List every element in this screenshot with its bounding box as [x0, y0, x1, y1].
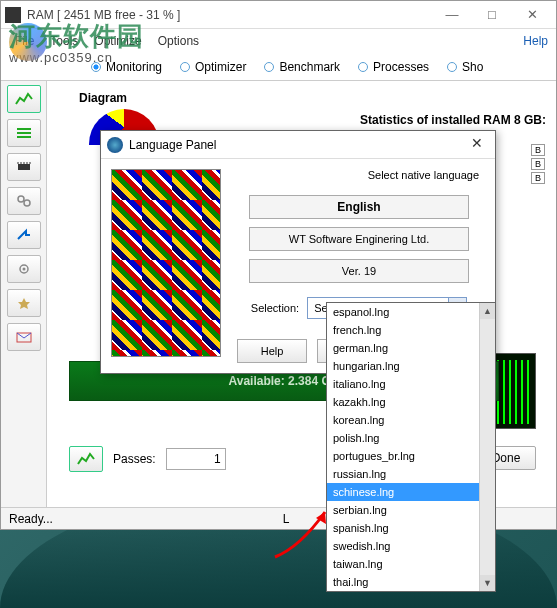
dropdown-item[interactable]: schinese.lng: [327, 483, 479, 501]
dropdown-item[interactable]: german.lng: [327, 339, 479, 357]
minimize-button[interactable]: —: [432, 2, 472, 28]
tab-label: Benchmark: [279, 60, 340, 74]
sidebar-star-button[interactable]: [7, 289, 41, 317]
close-button[interactable]: ✕: [512, 2, 552, 28]
diagram-label: Diagram: [79, 91, 544, 105]
dropdown-item[interactable]: thai.lng: [327, 573, 479, 591]
menu-optimize[interactable]: Optimize: [86, 31, 149, 51]
dropdown-items: espanol.lngfrench.lnggerman.lnghungarian…: [327, 303, 479, 591]
svg-rect-3: [18, 164, 30, 170]
dropdown-item[interactable]: taiwan.lng: [327, 555, 479, 573]
app-icon: [5, 7, 21, 23]
scroll-down-icon[interactable]: ▼: [480, 575, 495, 591]
scroll-thumb[interactable]: [480, 319, 495, 575]
available-text: Available: 2.384 GB: [229, 374, 340, 388]
sidebar-bars-button[interactable]: [7, 119, 41, 147]
dropdown-item[interactable]: kazakh.lng: [327, 393, 479, 411]
radio-icon: [180, 62, 190, 72]
scrollbar[interactable]: ▲ ▼: [479, 303, 495, 591]
tab-monitoring[interactable]: Monitoring: [91, 60, 162, 74]
badge: B: [531, 144, 545, 156]
passes-label: Passes:: [113, 452, 156, 466]
dialog-title: Language Panel: [129, 138, 465, 152]
dropdown-item[interactable]: spanish.lng: [327, 519, 479, 537]
svg-rect-1: [17, 132, 31, 134]
sidebar-chip-button[interactable]: [7, 153, 41, 181]
badge: B: [531, 158, 545, 170]
globe-icon: [107, 137, 123, 153]
sidebar-gear-button[interactable]: [7, 255, 41, 283]
window-title: RAM [ 2451 MB free - 31 % ]: [27, 8, 432, 22]
radio-icon: [91, 62, 101, 72]
language-dropdown[interactable]: espanol.lngfrench.lnggerman.lnghungarian…: [326, 302, 496, 592]
dropdown-item[interactable]: hungarian.lng: [327, 357, 479, 375]
scroll-up-icon[interactable]: ▲: [480, 303, 495, 319]
sidebar-arrow-button[interactable]: [7, 221, 41, 249]
version-field: Ver. 19: [249, 259, 469, 283]
tab-label: Processes: [373, 60, 429, 74]
company-field: WT Software Enginering Ltd.: [249, 227, 469, 251]
svg-rect-0: [17, 128, 31, 130]
menubar: File Tools Optimize Options Help: [1, 29, 556, 53]
radio-icon: [447, 62, 457, 72]
tab-processes[interactable]: Processes: [358, 60, 429, 74]
dialog-close-button[interactable]: ✕: [465, 135, 489, 155]
tab-bar: Monitoring Optimizer Benchmark Processes…: [1, 53, 556, 81]
maximize-button[interactable]: □: [472, 2, 512, 28]
status-lang: L: [283, 512, 290, 526]
dialog-titlebar[interactable]: Language Panel ✕: [101, 131, 495, 159]
tab-label: Sho: [462, 60, 483, 74]
svg-marker-13: [18, 298, 30, 309]
dropdown-item[interactable]: italiano.lng: [327, 375, 479, 393]
sidebar-mail-button[interactable]: [7, 323, 41, 351]
sidebar-chart-button[interactable]: [7, 85, 41, 113]
tab-show[interactable]: Sho: [447, 60, 483, 74]
tab-label: Optimizer: [195, 60, 246, 74]
badge: B: [531, 172, 545, 184]
dropdown-item[interactable]: swedish.lng: [327, 537, 479, 555]
passes-chart-button[interactable]: [69, 446, 103, 472]
svg-point-10: [24, 200, 30, 206]
flags-image-icon: [111, 169, 221, 357]
svg-rect-2: [17, 136, 31, 138]
menu-options[interactable]: Options: [150, 31, 207, 51]
dropdown-item[interactable]: korean.lng: [327, 411, 479, 429]
passes-input[interactable]: [166, 448, 226, 470]
stats-header: Statistics of installed RAM 8 GB:: [360, 113, 546, 127]
language-name-field: English: [249, 195, 469, 219]
edge-badges: B B B: [531, 144, 545, 188]
titlebar[interactable]: RAM [ 2451 MB free - 31 % ] — □ ✕: [1, 1, 556, 29]
select-native-label: Select native language: [368, 169, 479, 181]
selection-label: Selection:: [251, 302, 299, 314]
svg-point-12: [22, 268, 25, 271]
dropdown-item[interactable]: serbian.lng: [327, 501, 479, 519]
tab-label: Monitoring: [106, 60, 162, 74]
menu-tools[interactable]: Tools: [42, 31, 86, 51]
passes-row: Passes:: [69, 446, 226, 472]
tab-benchmark[interactable]: Benchmark: [264, 60, 340, 74]
sidebar: [1, 81, 47, 511]
menu-file[interactable]: File: [7, 31, 42, 51]
dropdown-item[interactable]: portugues_br.lng: [327, 447, 479, 465]
dropdown-item[interactable]: russian.lng: [327, 465, 479, 483]
dropdown-item[interactable]: french.lng: [327, 321, 479, 339]
svg-point-9: [18, 196, 24, 202]
dropdown-item[interactable]: espanol.lng: [327, 303, 479, 321]
sidebar-gears-button[interactable]: [7, 187, 41, 215]
radio-icon: [358, 62, 368, 72]
radio-icon: [264, 62, 274, 72]
menu-help[interactable]: Help: [523, 34, 548, 48]
status-ready: Ready...: [9, 512, 53, 526]
dropdown-item[interactable]: polish.lng: [327, 429, 479, 447]
tab-optimizer[interactable]: Optimizer: [180, 60, 246, 74]
help-button[interactable]: Help: [237, 339, 307, 363]
